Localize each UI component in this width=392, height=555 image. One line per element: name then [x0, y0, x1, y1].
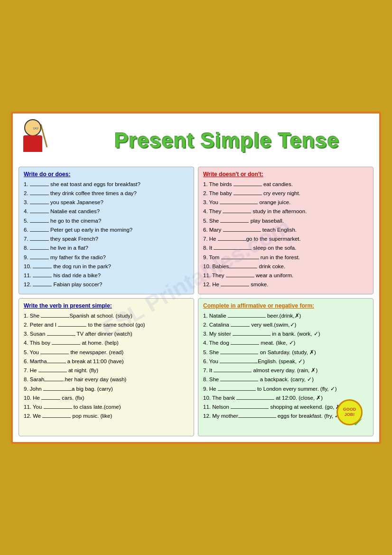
doesnt-dont-item-5: 5. She play baseball.: [203, 217, 368, 225]
ps-item-1: 1. She Spanish at school. (study): [24, 312, 189, 320]
good-job-circle: GOODJOB!: [336, 399, 363, 425]
do-does-item-2: 2. they drink coffee three times a day?: [24, 189, 189, 198]
doesnt-dont-section: Write doesn't or don't: 1. The birds eat…: [198, 167, 373, 294]
blank[interactable]: [220, 381, 258, 381]
blank[interactable]: [58, 326, 86, 327]
blank[interactable]: [30, 240, 49, 241]
blank[interactable]: [44, 408, 72, 409]
blank[interactable]: [47, 335, 75, 336]
an-item-4: 4. The dog meat. (like, ✓): [203, 339, 368, 347]
blank[interactable]: [30, 204, 49, 204]
blank[interactable]: [220, 204, 258, 204]
blank[interactable]: [218, 390, 256, 391]
doesnt-dont-item-4: 4. They study in the afternoon.: [203, 207, 368, 216]
blank[interactable]: [30, 231, 49, 232]
bottom-grid: Write the verb in present simple: 1. She…: [19, 298, 373, 436]
blank[interactable]: [220, 222, 249, 223]
blank[interactable]: [30, 259, 49, 259]
present-simple-section: Write the verb in present simple: 1. She…: [19, 298, 194, 436]
do-does-item-7: 7. they speak French?: [24, 235, 189, 243]
blank[interactable]: [228, 317, 266, 318]
good-job-badge: GOODJOB!: [344, 416, 367, 430]
blank[interactable]: [221, 286, 249, 286]
an-item-7: 7. It almost every day. (rain, ✗): [203, 367, 368, 375]
blank[interactable]: [30, 249, 49, 250]
blank[interactable]: [233, 195, 262, 195]
blank[interactable]: [220, 363, 258, 363]
do-does-title: Write do or does:: [24, 171, 189, 178]
ps-item-2: 2. Peter and I to the same school (go): [24, 321, 189, 329]
doesnt-dont-item-10: 10. Babies drink coke.: [203, 263, 368, 271]
doesnt-dont-item-9: 9. Tom run in the forest.: [203, 254, 368, 262]
ps-item-6: 6. Martha a break at 11:00 (have): [24, 357, 189, 366]
an-item-3: 3. My sister in a bank. (work, ✓): [203, 330, 368, 338]
blank[interactable]: [30, 195, 49, 195]
affirmative-negative-section: Complete in affirmative or negative form…: [198, 298, 373, 436]
doesnt-dont-item-1: 1. The birds eat candies.: [203, 180, 368, 188]
do-does-item-12: 12. Fabian play soccer?: [24, 281, 189, 289]
do-does-item-8: 8. he live in a flat?: [24, 244, 189, 252]
ps-item-10: 10. He cars. (fix): [24, 394, 189, 402]
do-does-item-11: 11. his dad ride a bike?: [24, 272, 189, 280]
blank[interactable]: [44, 381, 63, 381]
glasses-icon: 👓: [33, 126, 38, 131]
an-item-5: 5. She on Saturday. (study, ✗): [203, 348, 368, 357]
doesnt-dont-item-3: 3. You orange juice.: [203, 198, 368, 207]
blank[interactable]: [47, 363, 66, 363]
blank[interactable]: [238, 417, 276, 418]
blank[interactable]: [40, 354, 69, 354]
affirmative-negative-title: Complete in affirmative or negative form…: [203, 302, 368, 309]
page: ESL Printables.com 👓 Present Simple Tens…: [11, 112, 381, 444]
character-illustration: 👓: [19, 119, 52, 162]
blank[interactable]: [30, 213, 49, 213]
do-does-item-6: 6. Peter get up early in the morning?: [24, 226, 189, 234]
blank[interactable]: [33, 286, 52, 286]
blank[interactable]: [229, 268, 257, 268]
ps-item-4: 4. This boy at home. (help): [24, 339, 189, 347]
blank[interactable]: [43, 390, 72, 391]
do-does-item-10: 10. the dog run in the park?: [24, 263, 189, 271]
an-item-9: 9. He to London every summer. (fly, ✓): [203, 385, 368, 393]
blank[interactable]: [220, 354, 258, 354]
blank[interactable]: [218, 240, 246, 241]
doesnt-dont-item-12: 12. He smoke.: [203, 281, 368, 289]
ps-item-12: 12. We pop music. (like): [24, 412, 189, 420]
character-body: [23, 135, 42, 152]
ps-item-11: 11. You to class late.(come): [24, 403, 189, 411]
doesnt-dont-item-7: 7. He go to the supermarket.: [203, 235, 368, 243]
header: 👓 Present Simple Tense: [19, 119, 373, 162]
blank[interactable]: [221, 259, 259, 259]
blank[interactable]: [231, 344, 259, 345]
blank[interactable]: [223, 213, 251, 213]
blank[interactable]: [41, 317, 69, 318]
blank[interactable]: [30, 222, 49, 223]
blank[interactable]: [41, 399, 60, 400]
top-grid: Write do or does: 1. she eat toast and e…: [19, 167, 373, 294]
blank[interactable]: [52, 344, 80, 345]
blank[interactable]: [226, 277, 254, 277]
blank[interactable]: [214, 372, 252, 372]
page-title: Present Simple Tense: [52, 129, 373, 152]
doesnt-dont-item-11: 11. They wear a uniform.: [203, 272, 368, 280]
blank[interactable]: [233, 335, 271, 336]
blank[interactable]: [223, 231, 261, 232]
blank[interactable]: [30, 186, 49, 186]
ps-item-3: 3. Susan TV after dinner (watch): [24, 330, 189, 338]
blank[interactable]: [233, 186, 262, 186]
doesnt-dont-item-8: 8. It sleep on the sofa.: [203, 244, 368, 252]
blank[interactable]: [33, 268, 52, 268]
doesnt-dont-title: Write doesn't or don't:: [203, 171, 368, 178]
blank[interactable]: [236, 399, 274, 400]
do-does-item-3: 3. you speak Japanese?: [24, 198, 189, 207]
blank[interactable]: [38, 372, 67, 372]
do-does-section: Write do or does: 1. she eat toast and e…: [19, 167, 194, 294]
an-item-8: 8. She a backpack. (carry, ✓): [203, 376, 368, 384]
blank[interactable]: [231, 326, 250, 327]
do-does-item-5: 5. he go to the cinema?: [24, 217, 189, 225]
blank[interactable]: [33, 277, 52, 277]
blank[interactable]: [42, 417, 71, 418]
an-item-1: 1. Natalie beer.(drink,✗): [203, 312, 368, 320]
an-item-2: 2. Catalina very well.(swim,✓): [203, 321, 368, 329]
blank[interactable]: [214, 249, 252, 250]
blank[interactable]: [231, 408, 269, 409]
